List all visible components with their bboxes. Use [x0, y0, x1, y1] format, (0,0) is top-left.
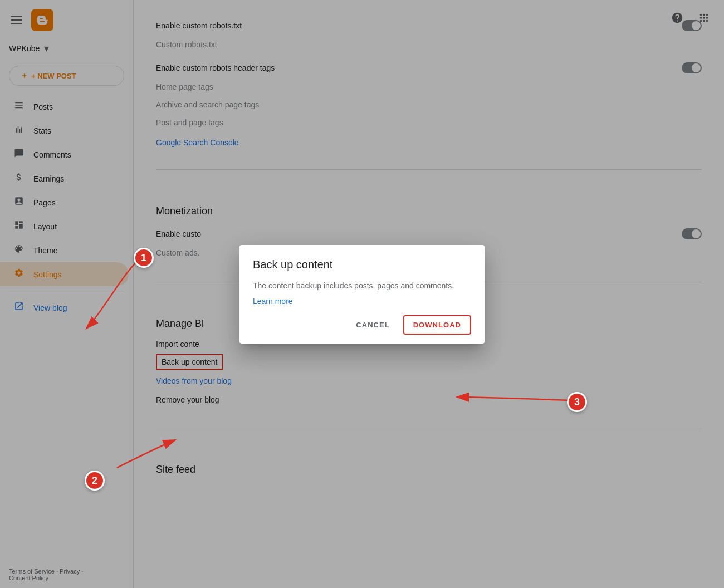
- backup-dialog: Back up content The content backup inclu…: [239, 245, 485, 344]
- cancel-button[interactable]: CANCEL: [347, 316, 398, 334]
- download-button[interactable]: DOWNLOAD: [403, 315, 471, 335]
- dialog-actions: CANCEL DOWNLOAD: [253, 306, 471, 339]
- modal-overlay[interactable]: Back up content The content backup inclu…: [0, 0, 724, 588]
- dialog-title: Back up content: [253, 258, 471, 271]
- learn-more-link[interactable]: Learn more: [253, 297, 293, 306]
- dialog-body: The content backup includes posts, pages…: [253, 280, 471, 292]
